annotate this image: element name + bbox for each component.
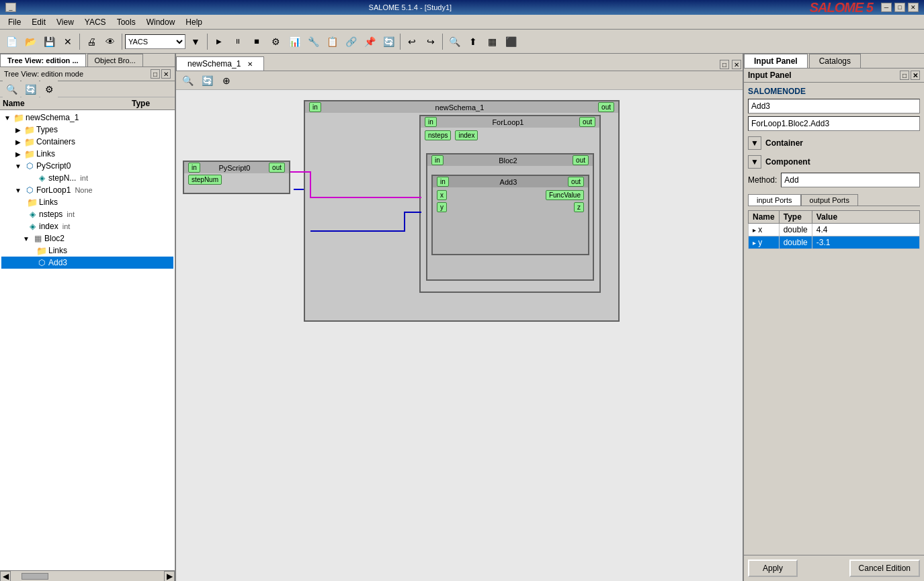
close-btn[interactable]: ✕ xyxy=(59,33,77,50)
menu-file[interactable]: File xyxy=(3,16,26,28)
undo-btn[interactable]: ↩ xyxy=(403,33,421,50)
schema-search-btn[interactable]: 🔍 xyxy=(179,72,196,89)
node-name-field[interactable] xyxy=(748,99,920,114)
port-x-value[interactable]: 4.4 xyxy=(812,224,919,236)
tree-item-add3[interactable]: ⬡ Add3 xyxy=(1,257,173,269)
menu-help[interactable]: Help xyxy=(180,16,208,28)
redo-btn[interactable]: ↪ xyxy=(422,33,439,50)
add3-funcvalue-port[interactable]: FuncValue xyxy=(546,190,584,200)
tree-content[interactable]: ▼ 📁 newSchema_1 ▶ 📁 Types ▶ 📁 Containers… xyxy=(0,110,175,570)
yacs-btn4[interactable]: ⚙ xyxy=(267,33,284,50)
yacs-btn6[interactable]: 🔧 xyxy=(304,33,322,50)
schema-center-btn[interactable]: ⊕ xyxy=(218,72,235,89)
method-value-field[interactable] xyxy=(781,173,920,187)
yacs-btn3[interactable]: ⏹ xyxy=(248,33,265,50)
cursor-btn[interactable]: ⬆ xyxy=(464,33,482,50)
schema-canvas[interactable]: in newSchema_1 out in ForLoop1 out nstep… xyxy=(176,90,743,581)
tree-refresh-btn[interactable]: 🔄 xyxy=(22,81,39,98)
outer-in-port[interactable]: in xyxy=(309,102,321,112)
tree-settings-btn[interactable]: ⚙ xyxy=(40,81,58,98)
window-minimize-btn[interactable]: ─ xyxy=(881,3,892,12)
panel-close-btn[interactable]: ✕ xyxy=(732,60,741,69)
menu-view[interactable]: View xyxy=(51,16,79,28)
yacs-btn9[interactable]: 📌 xyxy=(361,33,378,50)
scroll-left-btn[interactable]: ◀ xyxy=(0,571,11,582)
toggle-newschema[interactable]: ▼ xyxy=(3,113,12,122)
yacs-btn2[interactable]: ⏸ xyxy=(229,33,247,50)
container-expand-btn[interactable]: ▼ xyxy=(748,136,761,150)
toggle-containers[interactable]: ▶ xyxy=(13,137,23,146)
bloc2-out-port[interactable]: out xyxy=(573,155,589,165)
tab-tree-view[interactable]: Tree View: edition ... xyxy=(0,54,86,66)
component-expand-btn[interactable]: ▼ xyxy=(748,155,761,169)
zoom-btn[interactable]: 🔍 xyxy=(446,33,463,50)
window-restore-btn[interactable]: □ xyxy=(894,3,905,12)
minimize-btn[interactable]: _ xyxy=(5,3,16,12)
center-tab-close-btn[interactable]: ✕ xyxy=(247,60,253,68)
tree-item-nsteps[interactable]: ◈ nsteps int xyxy=(1,208,173,220)
scroll-thumb[interactable] xyxy=(22,573,48,580)
tab-output-ports[interactable]: output Ports xyxy=(801,194,858,206)
tree-item-index[interactable]: ◈ index int xyxy=(1,220,173,232)
right-panel-close-btn[interactable]: ✕ xyxy=(911,71,920,80)
menu-edit[interactable]: Edit xyxy=(26,16,51,28)
add3-out-port[interactable]: out xyxy=(568,177,584,187)
tree-item-links3[interactable]: 📁 Links xyxy=(1,244,173,257)
save-btn[interactable]: 💾 xyxy=(40,33,58,50)
pyscript-out-port[interactable]: out xyxy=(269,163,285,173)
add3-y-port[interactable]: y xyxy=(437,202,447,212)
port-x-expand[interactable]: ▸ xyxy=(753,226,756,234)
node-path-field[interactable] xyxy=(748,116,920,131)
toggle-forloop1[interactable]: ▼ xyxy=(13,185,23,195)
menu-window[interactable]: Window xyxy=(141,16,181,28)
panel-float-btn[interactable]: □ xyxy=(720,60,729,69)
tree-item-containers[interactable]: ▶ 📁 Containers xyxy=(1,136,173,148)
tab-object-browser[interactable]: Object Bro... xyxy=(87,54,143,66)
scroll-right-btn[interactable]: ▶ xyxy=(164,571,175,582)
tree-expand-btn[interactable]: □ xyxy=(151,69,160,79)
tree-item-forloop1[interactable]: ▼ ⬡ ForLoop1 None xyxy=(1,184,173,196)
tree-pin-btn[interactable]: ✕ xyxy=(161,69,171,79)
outer-out-port[interactable]: out xyxy=(598,102,614,112)
preview-btn[interactable]: 👁 xyxy=(101,33,119,50)
select-btn[interactable]: ▦ xyxy=(483,33,501,50)
menu-yacs[interactable]: YACS xyxy=(79,16,112,28)
toggle-bloc2[interactable]: ▼ xyxy=(22,234,31,243)
module-selector[interactable]: YACS xyxy=(125,34,185,49)
forloop-in-port[interactable]: in xyxy=(425,117,437,127)
tree-item-stepnum[interactable]: ◈ stepN... int xyxy=(1,172,173,184)
menu-tools[interactable]: Tools xyxy=(112,16,141,28)
add3-x-port[interactable]: x xyxy=(437,190,447,200)
combo-btn[interactable]: ▼ xyxy=(187,33,204,50)
port-y-value[interactable] xyxy=(812,236,919,249)
schema-zoom-btn[interactable]: 🔄 xyxy=(198,72,216,89)
add3-in-port[interactable]: in xyxy=(437,177,449,187)
port-row-x[interactable]: ▸ x double 4.4 xyxy=(749,224,920,236)
open-btn[interactable]: 📂 xyxy=(22,33,39,50)
yacs-btn7[interactable]: 📋 xyxy=(323,33,341,50)
print-btn[interactable]: 🖨 xyxy=(83,33,100,50)
bloc2-in-port[interactable]: in xyxy=(431,155,444,165)
new-btn[interactable]: 📄 xyxy=(3,33,20,50)
port-y-value-input[interactable] xyxy=(816,238,915,247)
stepnum-port[interactable]: stepNum xyxy=(188,175,222,185)
center-tab-schema[interactable]: newSchema_1 ✕ xyxy=(176,56,264,71)
yacs-btn5[interactable]: 📊 xyxy=(286,33,303,50)
right-panel-float-btn[interactable]: □ xyxy=(900,71,909,80)
port-row-y[interactable]: ▸ y double xyxy=(749,236,920,249)
cancel-edition-button[interactable]: Cancel Edition xyxy=(849,560,920,577)
forloop-out-port[interactable]: out xyxy=(579,117,595,127)
tab-catalogs[interactable]: Catalogs xyxy=(809,54,861,68)
toggle-links[interactable]: ▶ xyxy=(13,149,23,159)
tree-item-links2[interactable]: 📁 Links xyxy=(1,196,173,208)
tree-scrollbar[interactable]: ◀ ▶ xyxy=(0,570,175,581)
move-btn[interactable]: ⬛ xyxy=(502,33,519,50)
yacs-btn1[interactable]: ▶ xyxy=(210,33,228,50)
index-port[interactable]: index xyxy=(455,130,478,140)
tree-item-pyscript0[interactable]: ▼ ⬡ PyScript0 xyxy=(1,160,173,172)
apply-button[interactable]: Apply xyxy=(748,560,798,577)
add3-z-port[interactable]: z xyxy=(574,202,584,212)
toggle-pyscript0[interactable]: ▼ xyxy=(13,161,23,171)
tree-item-bloc2[interactable]: ▼ ▦ Bloc2 xyxy=(1,232,173,244)
nsteps-port[interactable]: nsteps xyxy=(425,130,451,140)
